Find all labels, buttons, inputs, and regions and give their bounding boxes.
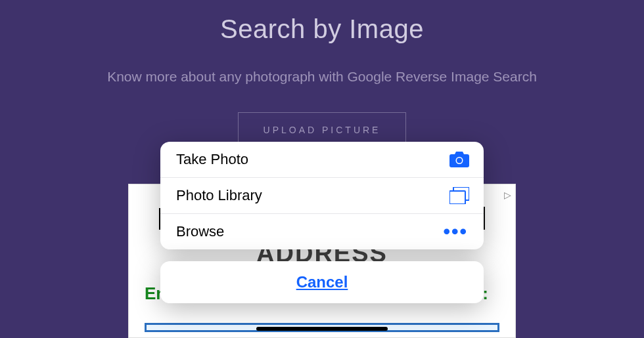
- more-icon: •••: [443, 228, 469, 235]
- take-photo-row[interactable]: Take Photo: [160, 142, 484, 177]
- photo-library-label: Photo Library: [176, 187, 262, 204]
- svg-point-1: [457, 158, 462, 163]
- take-photo-label: Take Photo: [176, 151, 248, 168]
- action-sheet-overlay: Take Photo Photo Library Browse •••: [0, 0, 644, 338]
- browse-row[interactable]: Browse •••: [160, 213, 484, 249]
- browse-label: Browse: [176, 223, 224, 240]
- svg-rect-3: [449, 191, 465, 204]
- cancel-button[interactable]: Cancel: [160, 261, 484, 303]
- camera-icon: [449, 152, 469, 167]
- photo-library-icon: [449, 187, 469, 204]
- action-sheet: Take Photo Photo Library Browse •••: [160, 142, 484, 249]
- cancel-label: Cancel: [296, 273, 348, 291]
- photo-library-row[interactable]: Photo Library: [160, 177, 484, 213]
